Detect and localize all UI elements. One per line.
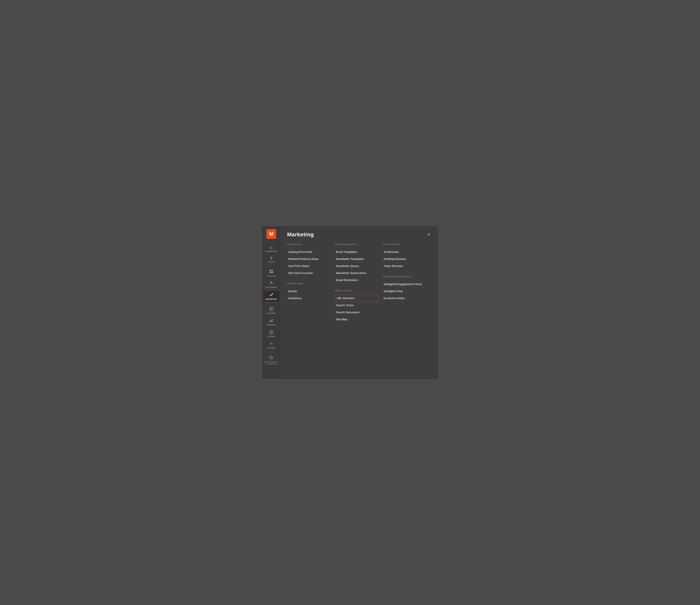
section-heading-user-content: User Content — [383, 243, 427, 246]
marketing-icon — [269, 293, 273, 297]
sidebar-label-reports: REPORTS — [267, 324, 276, 326]
svg-rect-10 — [270, 308, 272, 308]
sidebar-item-customers[interactable]: CUSTOMERS — [262, 279, 280, 290]
svg-point-8 — [272, 293, 273, 294]
app-wrapper: M ⊙ DASHBOARD $ SALES CATALOG — [262, 227, 438, 378]
sidebar-item-content[interactable]: CONTENT — [262, 305, 280, 316]
close-button[interactable]: ✕ — [427, 232, 430, 237]
link-dotdigital-chat[interactable]: dotdigital Chat — [383, 288, 427, 295]
link-gift-card-accounts[interactable]: Gift Card Accounts — [287, 269, 331, 277]
svg-rect-12 — [270, 310, 272, 310]
menu-body: Promotions Catalog Price Rule Related Pr… — [280, 241, 438, 378]
sidebar-label-sales: SALES — [268, 261, 274, 263]
link-site-map[interactable]: Site Map — [335, 316, 379, 323]
section-heading-private-sales: Private Sales — [287, 282, 331, 285]
svg-rect-14 — [271, 320, 272, 322]
svg-point-18 — [271, 343, 272, 344]
link-catalog-price-rule[interactable]: Catalog Price Rule — [287, 248, 331, 256]
svg-rect-17 — [271, 333, 272, 334]
main-content: Marketing ✕ Promotions Catalog Price Rul… — [280, 227, 438, 378]
link-newsletter-templates[interactable]: Newsletter Templates — [335, 256, 379, 262]
sidebar-item-partners[interactable]: FIND PARTNERS & EXTENSIONS — [262, 353, 280, 367]
svg-rect-3 — [272, 270, 273, 271]
sidebar-item-dashboard[interactable]: ⊙ DASHBOARD — [262, 244, 280, 254]
section-user-content: User Content All Reviews Pending Reviews… — [383, 243, 427, 269]
link-email-templates[interactable]: Email Templates — [335, 248, 379, 256]
sidebar-label-customers: CUSTOMERS — [265, 287, 277, 288]
stores-icon — [269, 330, 273, 335]
section-heading-promotions: Promotions — [287, 243, 331, 246]
link-url-rewrites[interactable]: URL Rewrites — [335, 295, 379, 302]
link-invitations[interactable]: Invitations — [287, 295, 331, 302]
page-title: Marketing — [287, 232, 314, 238]
link-email-reminders[interactable]: Email Reminders — [335, 277, 379, 284]
svg-point-6 — [271, 282, 272, 283]
section-seo-search: SEO & Search URL Rewrites Search Terms S… — [335, 289, 379, 323]
link-newsletter-queue[interactable]: Newsletter Queue — [335, 262, 379, 269]
content-icon — [269, 307, 273, 312]
sidebar-divider-top — [266, 242, 276, 243]
link-all-reviews[interactable]: All Reviews — [383, 248, 427, 256]
link-yotpo-reviews[interactable]: Yotpo Reviews — [383, 262, 427, 269]
sidebar-item-sales[interactable]: $ SALES — [262, 254, 280, 265]
catalog-icon — [269, 269, 273, 274]
link-newsletter-subscribers[interactable]: Newsletter Subscribers — [335, 269, 379, 277]
sidebar-label-dashboard: DASHBOARD — [265, 251, 277, 252]
link-dotdigital-engagement-cloud[interactable]: dotdigital Engagement Cloud — [383, 281, 427, 288]
link-exclusion-rules[interactable]: Exclusion Rules — [383, 295, 427, 302]
dashboard-icon: ⊙ — [270, 246, 273, 249]
link-search-synonyms[interactable]: Search Synonyms — [335, 309, 379, 316]
partners-icon — [269, 356, 273, 360]
sidebar-item-system[interactable]: SYSTEM — [262, 339, 280, 351]
svg-rect-13 — [270, 321, 270, 322]
menu-column-3: User Content All Reviews Pending Reviews… — [383, 243, 430, 373]
sidebar-item-stores[interactable]: STORES — [262, 328, 280, 339]
link-related-products-rules[interactable]: Related Products Rules — [287, 256, 331, 262]
link-pending-reviews[interactable]: Pending Reviews — [383, 256, 427, 262]
system-icon — [269, 341, 273, 346]
link-search-terms[interactable]: Search Terms — [335, 302, 379, 309]
link-cart-price-rules[interactable]: Cart Price Rules — [287, 262, 331, 269]
sidebar-item-reports[interactable]: REPORTS — [262, 316, 280, 328]
section-promotions: Promotions Catalog Price Rule Related Pr… — [287, 243, 331, 277]
menu-header: Marketing ✕ — [280, 227, 438, 241]
sidebar-label-marketing: MARKETING — [266, 298, 277, 300]
section-heading-seo-search: SEO & Search — [335, 289, 379, 292]
reports-icon — [269, 318, 273, 323]
svg-text:M: M — [269, 231, 273, 237]
link-events[interactable]: Events — [287, 288, 331, 295]
section-private-sales: Private Sales Events Invitations — [287, 282, 331, 302]
sidebar-label-content: CONTENT — [267, 312, 276, 314]
menu-column-2: Communications Email Templates Newslette… — [335, 243, 383, 373]
sidebar-label-system: SYSTEM — [267, 347, 275, 349]
svg-rect-15 — [272, 319, 273, 322]
section-communications: Communications Email Templates Newslette… — [335, 243, 379, 284]
svg-rect-2 — [270, 270, 271, 271]
menu-column-1: Promotions Catalog Price Rule Related Pr… — [287, 243, 335, 373]
sidebar-item-catalog[interactable]: CATALOG — [262, 267, 280, 279]
svg-rect-5 — [272, 272, 273, 273]
section-customer-engagement: Customer Engagement dotdigital Engagemen… — [383, 275, 427, 302]
svg-rect-11 — [270, 309, 272, 309]
sidebar-label-catalog: CATALOG — [267, 275, 276, 277]
sidebar-label-stores: STORES — [267, 336, 275, 337]
sidebar-item-marketing[interactable]: MARKETING — [262, 290, 280, 302]
customers-icon — [269, 281, 273, 286]
svg-rect-4 — [270, 272, 271, 273]
sidebar-label-partners: FIND PARTNERS & EXTENSIONS — [264, 361, 279, 365]
section-heading-communications: Communications — [335, 243, 379, 246]
magento-logo[interactable]: M — [267, 229, 276, 239]
section-heading-customer-engagement: Customer Engagement — [383, 275, 427, 278]
sales-icon: $ — [270, 256, 272, 260]
sidebar: M ⊙ DASHBOARD $ SALES CATALOG — [262, 227, 280, 378]
